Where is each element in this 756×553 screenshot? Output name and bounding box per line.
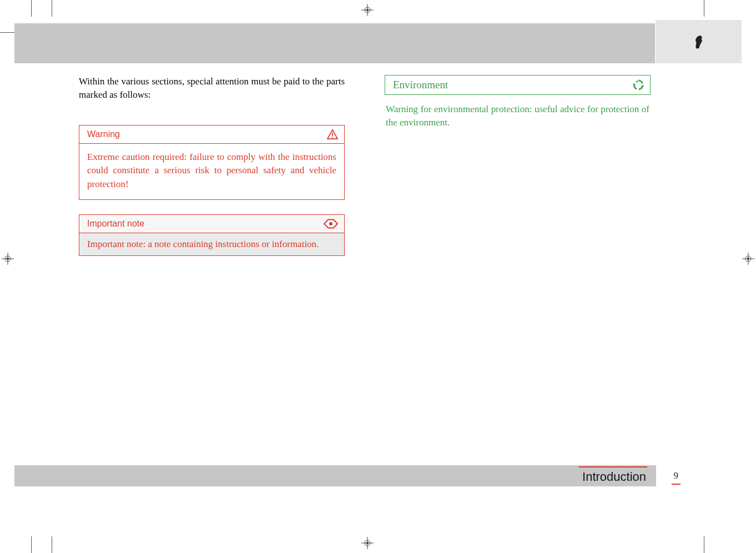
page-number: 9 <box>674 470 679 481</box>
registration-mark-icon <box>361 536 374 550</box>
crop-mark <box>704 0 704 17</box>
registration-mark-icon <box>742 252 755 265</box>
crop-mark <box>0 32 14 33</box>
warning-box: Warning Extreme caution required: failur… <box>79 125 345 200</box>
important-note-header: Important note <box>79 215 344 233</box>
header-bar <box>14 23 655 63</box>
important-note-title: Important note <box>87 219 144 229</box>
crop-mark <box>52 536 52 553</box>
important-note-box: Important note Important note: a note co… <box>79 214 345 256</box>
crop-mark <box>31 0 32 17</box>
environment-body: Warning for environmental protection: us… <box>385 99 651 133</box>
intro-paragraph: Within the various sections, special att… <box>79 75 345 102</box>
environment-box: Environment <box>385 75 651 95</box>
crop-mark <box>704 536 704 553</box>
warning-header: Warning <box>79 125 344 144</box>
section-label: Introduction <box>582 467 646 484</box>
registration-mark-icon <box>361 3 374 17</box>
warning-body: Extreme caution required: failure to com… <box>79 144 344 199</box>
left-column: Within the various sections, special att… <box>79 75 345 260</box>
registration-mark-icon <box>1 252 14 265</box>
environment-header: Environment <box>385 76 650 94</box>
svg-point-1 <box>332 137 333 138</box>
recycle-icon <box>632 79 644 91</box>
crop-mark <box>31 536 32 553</box>
svg-point-2 <box>329 222 332 225</box>
page-content: Within the various sections, special att… <box>79 75 651 260</box>
crop-mark <box>52 0 52 17</box>
warning-title: Warning <box>87 129 120 139</box>
prancing-horse-icon <box>693 34 705 49</box>
eye-icon <box>323 218 339 229</box>
important-note-body: Important note: a note containing instru… <box>79 233 344 255</box>
right-column: Environment Warning for environmental pr… <box>385 75 651 260</box>
footer-bar: Introduction <box>14 465 656 486</box>
page-number-wrap: 9 <box>674 465 679 486</box>
warning-triangle-icon <box>326 129 339 140</box>
thumb-tab <box>656 20 742 63</box>
environment-title: Environment <box>393 79 448 91</box>
